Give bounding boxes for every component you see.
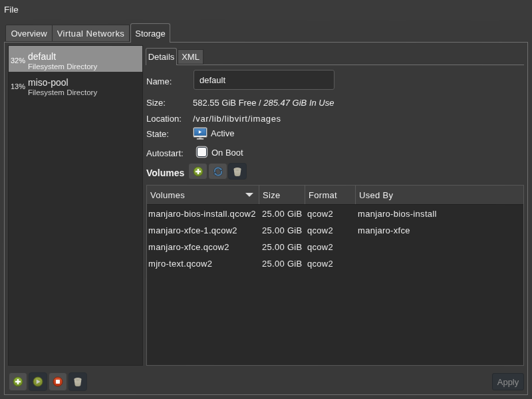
pool-name: default (28, 51, 56, 62)
name-label: Name: (146, 76, 172, 86)
autostart-checkbox[interactable] (197, 147, 207, 157)
pool-name: miso-pool (28, 77, 68, 88)
menubar: File (0, 0, 532, 20)
table-row[interactable]: mjro-text.qcow2 25.00 GiB qcow2 (147, 255, 523, 271)
autostart-value: On Boot (211, 148, 243, 158)
cell-format: qcow2 (307, 205, 333, 222)
pool-row-miso-pool[interactable]: 13% miso-pool Filesystem Directory (9, 72, 142, 98)
cell-volume-name: manjaro-bios-install.qcow2 (148, 205, 256, 221)
location-label: Location: (146, 114, 182, 124)
cell-used-by: manjaro-xfce (358, 222, 410, 239)
sort-descending-icon (245, 193, 253, 197)
add-pool-button[interactable] (9, 372, 27, 391)
plus-circle-icon (193, 166, 203, 176)
cell-size: 25.00 GiB (262, 221, 303, 238)
tab-overview[interactable]: Overview (5, 25, 53, 42)
pool-percent: 13% (11, 82, 25, 90)
delete-volume-button[interactable] (228, 163, 247, 180)
state-value: Active (211, 128, 234, 138)
volumes-table-header: Volumes Size Format Used By (147, 186, 523, 205)
pool-row-default[interactable]: 32% default Filesystem Directory (9, 46, 142, 72)
autostart-label: Autostart: (146, 148, 184, 158)
cell-size: 25.00 GiB (262, 238, 303, 255)
plus-circle-icon (13, 376, 23, 387)
volumes-title: Volumes (146, 168, 184, 178)
volumes-table: Volumes Size Format Used By manjaro-bios… (146, 185, 524, 366)
tab-virtual-networks[interactable]: Virtual Networks (53, 25, 130, 42)
tab-xml[interactable]: XML (178, 49, 203, 65)
tab-details[interactable]: Details (146, 48, 177, 65)
stop-pool-button[interactable] (49, 372, 67, 391)
cell-format: qcow2 (307, 222, 333, 239)
cell-format: qcow2 (307, 255, 333, 272)
refresh-icon (213, 166, 223, 176)
pool-type: Filesystem Directory (28, 63, 97, 70)
cell-volume-name: manjaro-xfce.qcow2 (148, 238, 229, 255)
size-value: 582.55 GiB Free / 285.47 GiB In Use (193, 98, 334, 108)
cell-used-by: manjaro-bios-install (358, 205, 437, 222)
cell-volume-name: manjaro-xfce-1.qcow2 (148, 221, 237, 238)
trash-icon (72, 376, 83, 387)
cell-volume-name: mjro-text.qcow2 (148, 255, 212, 271)
menu-file[interactable]: File (4, 5, 19, 15)
stop-circle-icon (53, 376, 63, 387)
cell-size: 25.00 GiB (262, 255, 303, 271)
table-row[interactable]: manjaro-xfce-1.qcow2 25.00 GiB qcow2 man… (147, 221, 523, 238)
column-header-size[interactable]: Size (259, 186, 305, 204)
cell-size: 25.00 GiB (262, 205, 303, 221)
table-row[interactable]: manjaro-bios-install.qcow2 25.00 GiB qco… (147, 205, 523, 221)
refresh-volumes-button[interactable] (208, 163, 227, 180)
name-input[interactable] (194, 70, 334, 90)
delete-pool-button[interactable] (68, 372, 87, 391)
start-pool-button[interactable] (29, 372, 47, 391)
storage-page: 32% default Filesystem Directory 13% mis… (4, 42, 528, 395)
pool-type: Filesystem Directory (28, 88, 97, 96)
column-header-format[interactable]: Format (305, 186, 356, 204)
column-header-volumes[interactable]: Volumes (147, 186, 259, 204)
apply-button[interactable]: Apply (492, 373, 524, 390)
trash-icon (232, 166, 243, 176)
pool-list: 32% default Filesystem Directory 13% mis… (8, 45, 143, 366)
pool-percent: 32% (11, 57, 25, 65)
location-value: /var/lib/libvirt/images (193, 114, 281, 124)
notebook-border (177, 65, 524, 65)
play-circle-icon (33, 376, 43, 387)
column-header-used-by[interactable]: Used By (356, 186, 523, 204)
volumes-table-body: manjaro-bios-install.qcow2 25.00 GiB qco… (147, 205, 523, 271)
size-label: Size: (146, 98, 166, 108)
state-label: State: (146, 129, 169, 139)
tab-storage[interactable]: Storage (130, 23, 170, 43)
add-volume-button[interactable] (188, 163, 207, 180)
cell-format: qcow2 (307, 239, 333, 255)
monitor-play-icon (193, 127, 207, 140)
table-row[interactable]: manjaro-xfce.qcow2 25.00 GiB qcow2 (147, 238, 523, 255)
